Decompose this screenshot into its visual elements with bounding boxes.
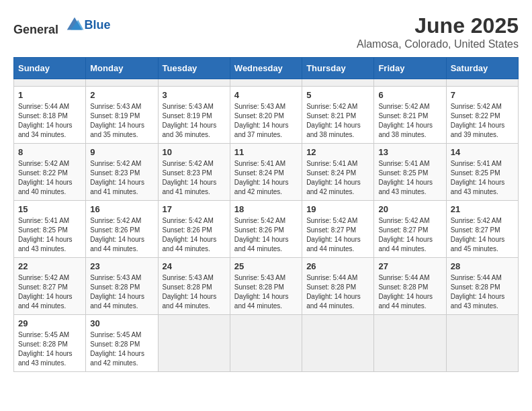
calendar-cell: 2 Sunrise: 5:43 AM Sunset: 8:19 PM Dayli…: [86, 87, 158, 144]
calendar-cell: [302, 315, 374, 372]
calendar-week-row: 1 Sunrise: 5:44 AM Sunset: 8:18 PM Dayli…: [14, 87, 519, 144]
day-info: Sunrise: 5:43 AM Sunset: 8:28 PM Dayligh…: [163, 273, 226, 311]
calendar-cell: 25 Sunrise: 5:43 AM Sunset: 8:28 PM Dayl…: [230, 258, 302, 315]
calendar-cell: 12 Sunrise: 5:41 AM Sunset: 8:24 PM Dayl…: [302, 144, 374, 201]
calendar-cell: 6 Sunrise: 5:42 AM Sunset: 8:21 PM Dayli…: [374, 87, 446, 144]
day-info: Sunrise: 5:42 AM Sunset: 8:23 PM Dayligh…: [163, 159, 226, 197]
calendar-cell: 24 Sunrise: 5:43 AM Sunset: 8:28 PM Dayl…: [158, 258, 230, 315]
calendar-week-row: 29 Sunrise: 5:45 AM Sunset: 8:28 PM Dayl…: [14, 315, 519, 372]
calendar-week-row: 8 Sunrise: 5:42 AM Sunset: 8:22 PM Dayli…: [14, 144, 519, 201]
day-info: Sunrise: 5:42 AM Sunset: 8:26 PM Dayligh…: [234, 216, 298, 254]
calendar-cell: 22 Sunrise: 5:42 AM Sunset: 8:27 PM Dayl…: [14, 258, 86, 315]
calendar-subtitle: Alamosa, Colorado, United States: [357, 38, 519, 50]
calendar-week-row: 15 Sunrise: 5:41 AM Sunset: 8:25 PM Dayl…: [14, 201, 519, 258]
calendar-cell: 30 Sunrise: 5:45 AM Sunset: 8:28 PM Dayl…: [86, 315, 158, 372]
day-of-week-header: Thursday: [302, 58, 374, 79]
calendar-cell: [158, 315, 230, 372]
calendar-week-row: 22 Sunrise: 5:42 AM Sunset: 8:27 PM Dayl…: [14, 258, 519, 315]
calendar-cell: 26 Sunrise: 5:44 AM Sunset: 8:28 PM Dayl…: [302, 258, 374, 315]
calendar-cell: 15 Sunrise: 5:41 AM Sunset: 8:25 PM Dayl…: [14, 201, 86, 258]
day-number: 26: [306, 261, 369, 271]
day-number: 22: [18, 261, 81, 271]
calendar-cell: [446, 79, 518, 87]
day-info: Sunrise: 5:41 AM Sunset: 8:24 PM Dayligh…: [234, 159, 298, 197]
day-info: Sunrise: 5:44 AM Sunset: 8:18 PM Dayligh…: [18, 102, 81, 140]
calendar-cell: [158, 79, 230, 87]
calendar-cell: 16 Sunrise: 5:42 AM Sunset: 8:26 PM Dayl…: [86, 201, 158, 258]
day-number: 15: [18, 204, 81, 214]
day-info: Sunrise: 5:42 AM Sunset: 8:22 PM Dayligh…: [18, 159, 81, 197]
calendar-cell: 4 Sunrise: 5:43 AM Sunset: 8:20 PM Dayli…: [230, 87, 302, 144]
day-info: Sunrise: 5:42 AM Sunset: 8:27 PM Dayligh…: [306, 216, 369, 254]
day-number: 28: [451, 261, 514, 271]
day-number: 16: [90, 204, 153, 214]
title-area: June 2025 Alamosa, Colorado, United Stat…: [357, 13, 519, 50]
calendar-cell: 14 Sunrise: 5:41 AM Sunset: 8:25 PM Dayl…: [446, 144, 518, 201]
day-number: 30: [90, 318, 153, 328]
day-info: Sunrise: 5:44 AM Sunset: 8:28 PM Dayligh…: [378, 273, 441, 311]
day-info: Sunrise: 5:42 AM Sunset: 8:26 PM Dayligh…: [163, 216, 226, 254]
day-info: Sunrise: 5:42 AM Sunset: 8:27 PM Dayligh…: [18, 273, 81, 311]
calendar-cell: 10 Sunrise: 5:42 AM Sunset: 8:23 PM Dayl…: [158, 144, 230, 201]
day-info: Sunrise: 5:41 AM Sunset: 8:25 PM Dayligh…: [451, 159, 514, 197]
day-info: Sunrise: 5:44 AM Sunset: 8:28 PM Dayligh…: [451, 273, 514, 311]
day-info: Sunrise: 5:41 AM Sunset: 8:25 PM Dayligh…: [378, 159, 441, 197]
calendar-cell: [374, 315, 446, 372]
calendar-title: June 2025: [357, 13, 519, 38]
day-info: Sunrise: 5:42 AM Sunset: 8:26 PM Dayligh…: [90, 216, 153, 254]
day-number: 12: [306, 147, 369, 157]
calendar-cell: [374, 79, 446, 87]
calendar-cell: 3 Sunrise: 5:43 AM Sunset: 8:19 PM Dayli…: [158, 87, 230, 144]
day-info: Sunrise: 5:42 AM Sunset: 8:27 PM Dayligh…: [451, 216, 514, 254]
day-number: 18: [234, 204, 298, 214]
calendar-cell: 29 Sunrise: 5:45 AM Sunset: 8:28 PM Dayl…: [14, 315, 86, 372]
calendar-cell: 27 Sunrise: 5:44 AM Sunset: 8:28 PM Dayl…: [374, 258, 446, 315]
day-info: Sunrise: 5:42 AM Sunset: 8:23 PM Dayligh…: [90, 159, 153, 197]
day-number: 4: [234, 90, 298, 100]
day-number: 23: [90, 261, 153, 271]
calendar-cell: 5 Sunrise: 5:42 AM Sunset: 8:21 PM Dayli…: [302, 87, 374, 144]
day-of-week-header: Saturday: [446, 58, 518, 79]
day-info: Sunrise: 5:41 AM Sunset: 8:24 PM Dayligh…: [306, 159, 369, 197]
day-number: 25: [234, 261, 298, 271]
day-number: 3: [163, 90, 226, 100]
day-info: Sunrise: 5:45 AM Sunset: 8:28 PM Dayligh…: [18, 330, 81, 368]
day-info: Sunrise: 5:42 AM Sunset: 8:27 PM Dayligh…: [378, 216, 441, 254]
calendar-cell: 7 Sunrise: 5:42 AM Sunset: 8:22 PM Dayli…: [446, 87, 518, 144]
day-of-week-header: Monday: [86, 58, 158, 79]
calendar-week-row: [14, 79, 519, 87]
calendar-cell: 19 Sunrise: 5:42 AM Sunset: 8:27 PM Dayl…: [302, 201, 374, 258]
calendar-cell: 8 Sunrise: 5:42 AM Sunset: 8:22 PM Dayli…: [14, 144, 86, 201]
logo-icon: [64, 13, 85, 34]
day-number: 10: [163, 147, 226, 157]
calendar-cell: [302, 79, 374, 87]
day-of-week-header: Sunday: [14, 58, 86, 79]
day-info: Sunrise: 5:41 AM Sunset: 8:25 PM Dayligh…: [18, 216, 81, 254]
page-header: General Blue June 2025 Alamosa, Colorado…: [13, 13, 519, 50]
calendar-cell: 13 Sunrise: 5:41 AM Sunset: 8:25 PM Dayl…: [374, 144, 446, 201]
calendar-cell: 1 Sunrise: 5:44 AM Sunset: 8:18 PM Dayli…: [14, 87, 86, 144]
day-number: 14: [451, 147, 514, 157]
day-number: 5: [306, 90, 369, 100]
day-of-week-header: Wednesday: [230, 58, 302, 79]
day-number: 7: [451, 90, 514, 100]
calendar-cell: 18 Sunrise: 5:42 AM Sunset: 8:26 PM Dayl…: [230, 201, 302, 258]
calendar-cell: 21 Sunrise: 5:42 AM Sunset: 8:27 PM Dayl…: [446, 201, 518, 258]
calendar-cell: [14, 79, 86, 87]
day-number: 2: [90, 90, 153, 100]
day-number: 19: [306, 204, 369, 214]
day-number: 21: [451, 204, 514, 214]
calendar-cell: [230, 79, 302, 87]
day-info: Sunrise: 5:42 AM Sunset: 8:22 PM Dayligh…: [451, 102, 514, 140]
day-number: 17: [163, 204, 226, 214]
logo: General Blue: [13, 13, 111, 37]
calendar-cell: 28 Sunrise: 5:44 AM Sunset: 8:28 PM Dayl…: [446, 258, 518, 315]
calendar-cell: 9 Sunrise: 5:42 AM Sunset: 8:23 PM Dayli…: [86, 144, 158, 201]
day-number: 24: [163, 261, 226, 271]
calendar-cell: [86, 79, 158, 87]
day-number: 11: [234, 147, 298, 157]
day-number: 27: [378, 261, 441, 271]
day-number: 1: [18, 90, 81, 100]
day-number: 13: [378, 147, 441, 157]
day-info: Sunrise: 5:43 AM Sunset: 8:19 PM Dayligh…: [163, 102, 226, 140]
